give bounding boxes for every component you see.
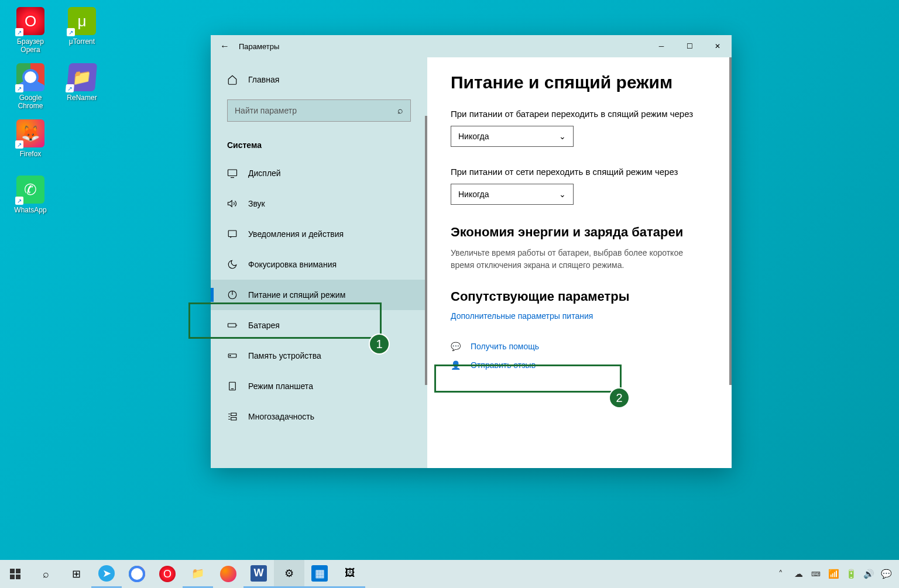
- sidebar-item-multitasking[interactable]: Многозадачность: [211, 401, 427, 432]
- sidebar-item-label: Уведомления и действия: [248, 229, 344, 239]
- sidebar-section-title: Система: [211, 130, 427, 158]
- sound-icon: [227, 198, 238, 209]
- sidebar-item-battery[interactable]: Батарея: [211, 310, 427, 341]
- title-bar: ← Параметры ─ ☐ ✕: [211, 35, 732, 57]
- display-icon: [227, 168, 238, 178]
- taskbar-chrome[interactable]: [122, 560, 152, 588]
- desktop-icon-label: Браузер Opera: [7, 37, 54, 54]
- svg-rect-1: [228, 231, 236, 237]
- home-button[interactable]: Главная: [211, 68, 427, 91]
- sidebar-item-sound[interactable]: Звук: [211, 188, 427, 219]
- storage-icon: [227, 350, 238, 361]
- taskbar-app1[interactable]: ▦: [304, 560, 335, 588]
- opera-icon: O↗: [16, 7, 44, 35]
- tray-volume-icon[interactable]: 🔊: [860, 560, 877, 588]
- desktop-icon-label: ReNamer: [59, 94, 105, 102]
- help-link[interactable]: Получить помощь: [471, 342, 539, 351]
- sidebar-item-label: Батарея: [248, 321, 280, 330]
- svg-rect-0: [228, 170, 237, 176]
- content-scrollbar[interactable]: [729, 57, 732, 385]
- tray-wifi-icon[interactable]: 📶: [825, 560, 842, 588]
- search-box[interactable]: ⌕: [227, 99, 411, 122]
- help-row: 💬 Получить помощь: [451, 342, 708, 351]
- word-icon: W: [251, 565, 267, 582]
- taskbar-opera[interactable]: O: [152, 560, 183, 588]
- desktop-icon-chrome[interactable]: ↗ Google Chrome: [7, 63, 54, 111]
- highlight-badge-1: 1: [369, 333, 390, 355]
- svg-rect-3: [228, 324, 236, 327]
- notifications-icon: [227, 229, 238, 239]
- tray-onedrive-icon[interactable]: ☁: [790, 560, 807, 588]
- tray-language-icon[interactable]: ⌨: [808, 560, 824, 588]
- battery-sleep-dropdown[interactable]: Никогда ⌄: [451, 126, 574, 147]
- taskbar-word[interactable]: W: [243, 560, 274, 588]
- eco-heading: Экономия энергии и заряда батареи: [451, 225, 708, 240]
- feedback-link[interactable]: Отправить отзыв: [471, 360, 536, 370]
- sidebar-item-focus[interactable]: Фокусировка внимания: [211, 249, 427, 280]
- feedback-row: 👤 Отправить отзыв: [451, 360, 708, 370]
- feedback-icon: 👤: [451, 360, 462, 370]
- desktop-icon-label: Firefox: [7, 150, 54, 158]
- chrome-icon: ↗: [16, 63, 44, 91]
- tray-notifications-icon[interactable]: 💬: [878, 560, 894, 588]
- taskbar-firefox[interactable]: [213, 560, 243, 588]
- svg-point-5: [230, 355, 231, 356]
- sidebar-item-label: Режим планшета: [248, 381, 313, 391]
- sidebar: Главная ⌕ Система Дисплей Звук Уведомлен…: [211, 57, 427, 468]
- focus-icon: [227, 259, 238, 270]
- home-label: Главная: [248, 75, 279, 84]
- chevron-down-icon: ⌄: [559, 132, 566, 141]
- taskbar-photos[interactable]: 🖼: [335, 560, 365, 588]
- minimize-button[interactable]: ─: [647, 35, 675, 57]
- settings-window: ← Параметры ─ ☐ ✕ Главная ⌕ Система Дисп…: [211, 35, 732, 468]
- sidebar-item-tablet[interactable]: Режим планшета: [211, 371, 427, 401]
- renamer-icon: 📁↗: [67, 63, 97, 91]
- desktop-icon-opera[interactable]: O↗ Браузер Opera: [7, 7, 54, 54]
- sidebar-item-label: Фокусировка внимания: [248, 260, 337, 269]
- search-button[interactable]: ⌕: [30, 560, 61, 588]
- start-button[interactable]: [0, 560, 30, 588]
- dropdown-value: Никогда: [458, 190, 489, 199]
- close-button[interactable]: ✕: [704, 35, 732, 57]
- ac-sleep-dropdown[interactable]: Никогда ⌄: [451, 184, 574, 205]
- desktop-icon-firefox[interactable]: 🦊↗ Firefox: [7, 119, 54, 158]
- utorrent-icon: μ↗: [68, 7, 96, 35]
- telegram-icon: ➤: [98, 565, 115, 582]
- window-title: Параметры: [239, 42, 279, 51]
- tablet-icon: [227, 381, 238, 391]
- taskbar-explorer[interactable]: 📁: [183, 560, 213, 588]
- search-input[interactable]: [235, 106, 397, 115]
- tray-battery-icon[interactable]: 🔋: [843, 560, 859, 588]
- desktop-icon-label: μTorrent: [59, 37, 105, 46]
- sidebar-item-power[interactable]: Питание и спящий режим: [211, 280, 427, 310]
- chrome-icon: [129, 566, 145, 582]
- firefox-icon: 🦊↗: [16, 119, 44, 147]
- dropdown-value: Никогда: [458, 132, 489, 141]
- chevron-down-icon: ⌄: [559, 190, 566, 199]
- sidebar-item-display[interactable]: Дисплей: [211, 158, 427, 188]
- sidebar-item-storage[interactable]: Память устройства: [211, 341, 427, 371]
- maximize-button[interactable]: ☐: [675, 35, 704, 57]
- svg-rect-7: [10, 569, 15, 573]
- content-area: Питание и спящий режим При питании от ба…: [427, 57, 732, 468]
- tray-chevron-up-icon[interactable]: ˄: [773, 560, 789, 588]
- taskbar-telegram[interactable]: ➤: [91, 560, 122, 588]
- sidebar-item-label: Многозадачность: [248, 412, 314, 421]
- desktop-icon-label: WhatsApp: [7, 206, 54, 214]
- taskbar-settings[interactable]: ⚙: [274, 560, 304, 588]
- back-button[interactable]: ←: [211, 41, 239, 51]
- windows-icon: [10, 569, 20, 579]
- desktop-icon-whatsapp[interactable]: ✆↗ WhatsApp: [7, 176, 54, 214]
- help-icon: 💬: [451, 342, 462, 351]
- desktop-icon-utorrent[interactable]: μ↗ μTorrent: [59, 7, 105, 46]
- task-view-button[interactable]: ⊞: [61, 560, 91, 588]
- sidebar-item-label: Дисплей: [248, 169, 281, 178]
- firefox-icon: [220, 566, 236, 582]
- eco-description: Увеличьте время работы от батареи, выбра…: [451, 247, 708, 271]
- sidebar-item-label: Память устройства: [248, 351, 321, 360]
- desktop-icon-renamer[interactable]: 📁↗ ReNamer: [59, 63, 105, 102]
- sidebar-item-notifications[interactable]: Уведомления и действия: [211, 219, 427, 249]
- additional-power-link[interactable]: Дополнительные параметры питания: [451, 311, 708, 321]
- desktop-icon-label: Google Chrome: [7, 94, 54, 111]
- svg-rect-10: [16, 575, 20, 579]
